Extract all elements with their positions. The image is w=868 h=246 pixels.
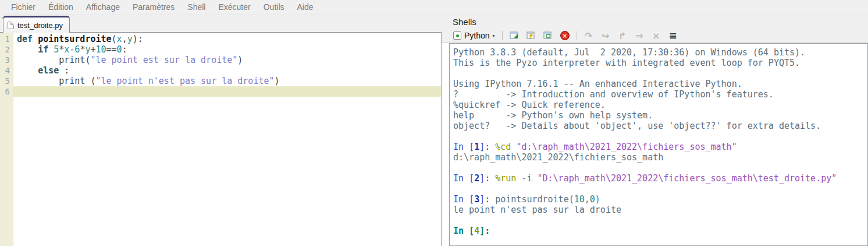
toolbar-separator xyxy=(502,31,503,40)
code-line: else : xyxy=(13,65,441,76)
code-line: def pointsurdroite(x,y): xyxy=(13,34,441,44)
line-number: 2 xyxy=(0,44,13,55)
debug-continue-button[interactable]: ⇒ xyxy=(632,29,646,42)
shell-line: d:\raph_math\2021_2022\fichiers_sos_math xyxy=(453,152,867,163)
tab-label: test_droite.py xyxy=(17,21,63,30)
debug-continue-icon: ⇒ xyxy=(635,30,643,41)
menu-item-executer[interactable]: Exécuter xyxy=(212,0,257,15)
code-editor[interactable]: 123456 def pointsurdroite(x,y): if 5*x-6… xyxy=(0,32,442,246)
editor-tabbar: × test_droite.py xyxy=(0,15,442,32)
shell-line xyxy=(453,163,867,173)
shell-menu-button[interactable]: ≡ xyxy=(666,29,680,42)
line-number: 3 xyxy=(0,55,13,65)
menu-lines-icon: ≡ xyxy=(668,30,677,41)
shell-line xyxy=(453,68,867,79)
stop-icon: × xyxy=(560,31,570,40)
run-script-button[interactable] xyxy=(524,29,538,42)
menu-item-edition[interactable]: Édition xyxy=(42,0,80,15)
debug-step-into-button[interactable]: ↪ xyxy=(599,29,613,42)
interpreter-label: Python xyxy=(464,31,490,40)
run-file-button[interactable] xyxy=(507,29,521,42)
restart-shell-button[interactable] xyxy=(541,29,555,42)
shell-line xyxy=(453,131,867,142)
shell-line: In [3]: pointsurdroite(10,0) xyxy=(453,194,867,205)
shell-line: Python 3.8.3 (default, Jul 2 2020, 17:30… xyxy=(453,47,867,58)
shell-output[interactable]: Python 3.8.3 (default, Jul 2 2020, 17:30… xyxy=(449,43,868,246)
code-line xyxy=(13,86,441,97)
line-number-gutter: 123456 xyxy=(0,33,13,246)
debug-stop-icon: × xyxy=(652,30,660,41)
menubar: FichierÉditionAffichageParamètresShellEx… xyxy=(0,0,868,15)
restart-shell-icon xyxy=(543,30,553,41)
interpreter-dropdown[interactable]: Python ▾ xyxy=(451,29,497,42)
menu-item-outils[interactable]: Outils xyxy=(257,0,291,15)
menu-item-parametres[interactable]: Paramètres xyxy=(126,0,181,15)
shell-line: In [1]: %cd "d:\raph_math\2021_2022\fich… xyxy=(453,142,867,152)
tab-test-droite[interactable]: test_droite.py xyxy=(3,16,70,33)
shell-line: %quickref -> Quick reference. xyxy=(453,100,867,110)
menu-item-affichage[interactable]: Affichage xyxy=(80,0,126,15)
menu-item-aide[interactable]: Aide xyxy=(291,0,320,15)
shell-line: This is the Pyzo interpreter with integr… xyxy=(453,58,867,68)
debug-stop-button[interactable]: × xyxy=(649,29,663,42)
menu-item-fichier[interactable]: Fichier xyxy=(5,0,42,15)
line-number: 4 xyxy=(0,65,13,76)
run-file-icon xyxy=(509,30,520,41)
debug-step-into-icon: ↪ xyxy=(602,30,609,41)
debug-return-button[interactable]: ↱ xyxy=(616,29,629,42)
terminate-shell-button[interactable]: × xyxy=(558,29,572,42)
shell-line: In [4]: xyxy=(453,226,867,236)
shells-panel-title: Shells xyxy=(453,17,476,27)
shell-text: Python 3.8.3 (default, Jul 2 2020, 17:30… xyxy=(450,44,867,236)
line-number: 5 xyxy=(0,76,13,86)
line-number: 1 xyxy=(0,34,13,44)
debug-next-button[interactable]: ↷ xyxy=(582,29,596,42)
debug-next-icon: ↷ xyxy=(585,30,592,41)
menu-item-shell[interactable]: Shell xyxy=(181,0,212,15)
editor-code-area[interactable]: def pointsurdroite(x,y): if 5*x-6*y+10==… xyxy=(13,33,441,246)
shell-line: help -> Python's own help system. xyxy=(453,110,867,121)
shell-line: le point n'est pas sur la droite xyxy=(453,205,867,215)
chevron-down-icon: ▾ xyxy=(493,33,495,38)
run-script-icon xyxy=(526,30,536,41)
code-line: print("le point est sur la droite") xyxy=(13,55,441,65)
file-icon xyxy=(8,22,14,29)
line-number: 6 xyxy=(0,86,13,97)
shell-line: In [2]: %run -i "D:\raph_math\2021_2022\… xyxy=(453,173,867,184)
shell-line: Using IPython 7.16.1 -- An enhanced Inte… xyxy=(453,79,867,89)
code-line: print ("le point n'est pas sur la droite… xyxy=(13,76,441,86)
toolbar-separator xyxy=(577,31,577,40)
shell-toolbar: Python ▾ × ↷↪↱⇒× ≡ xyxy=(451,29,680,43)
shell-line xyxy=(453,215,867,226)
shell-line: object? -> Details about 'object', use '… xyxy=(453,121,867,131)
code-line: if 5*x-6*y+10==0: xyxy=(13,44,441,55)
shell-line: ? -> Introduction and overview of IPytho… xyxy=(453,89,867,100)
shell-line xyxy=(453,184,867,194)
python-interpreter-icon xyxy=(453,31,461,40)
debug-return-icon: ↱ xyxy=(618,30,626,41)
